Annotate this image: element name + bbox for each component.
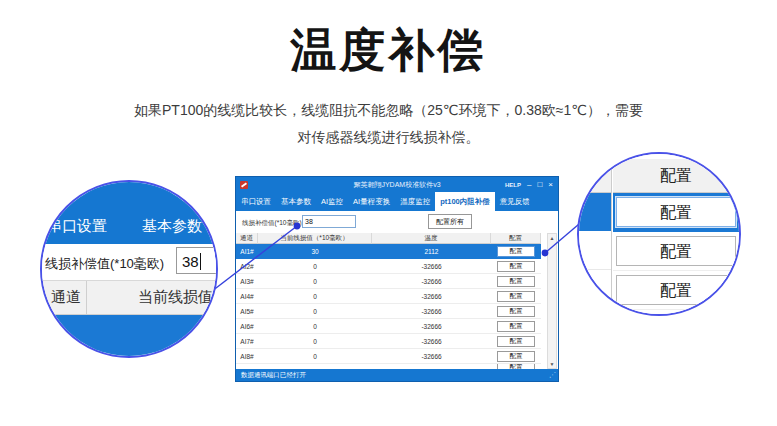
maximize-icon[interactable]: □ [537,181,542,189]
cell-channel: AI3# [236,274,258,289]
scroll-down-icon[interactable]: ▼ [548,361,556,367]
cell-loss: 0 [258,259,372,274]
cell-temperature: -32666 [372,349,491,364]
header-current-loss: 当前线损值（*10毫欧） [258,233,372,244]
table-row[interactable]: AI7#0-32666配置 [236,334,558,349]
configure-row-button[interactable]: 配置 [497,276,535,287]
cell-channel: AI6# [236,319,258,334]
tab-basic-params[interactable]: 基本参数 [276,192,316,211]
cell-temperature: -32666 [372,319,491,334]
right-magnifier-callout: 配置 配置配置配置配置 [577,152,741,316]
resize-grip-icon[interactable]: ⋰ [549,369,556,381]
subtitle-line-1: 如果PT100的线缆比较长，线缆阻抗不能忽略（25℃环境下，0.38欧≈1℃），… [0,97,777,124]
right-zoom-row: 配置 [613,310,739,316]
cell-configure: 配置 [491,349,541,364]
cell-configure: 配置 [491,289,541,304]
configure-row-button[interactable]: 配置 [497,246,535,257]
table-header-row: 通道 当前线损值（*10毫欧） 温度 配置 [236,233,558,244]
cell-temperature: -32666 [372,274,491,289]
tab-ai-monitor[interactable]: AI监控 [316,192,348,211]
right-zoom-row: 配置 [613,271,739,310]
cell-loss: 0 [258,349,372,364]
window-controls: HELP – □ × [505,181,558,189]
cell-temperature: -32666 [372,334,491,349]
table-row[interactable]: AI8#0-32666配置 [236,349,558,364]
page-title: 温度补偿 [0,20,777,82]
cell-channel: AI5# [236,304,258,319]
cell-channel: AI1# [236,244,258,259]
subtitle-line-2: 对传感器线缆进行线损补偿。 [0,124,777,151]
cell-channel: AI2# [236,259,258,274]
close-icon[interactable]: × [548,181,553,189]
configure-all-button[interactable]: 配置所有 [428,214,472,229]
right-zoom-config-header: 配置 [613,159,739,193]
help-button[interactable]: HELP [505,182,521,188]
magnified-configure-button[interactable]: 配置 [616,236,736,266]
configure-row-button[interactable]: 配置 [497,351,535,362]
cell-channel: AI4# [236,289,258,304]
table-row[interactable]: AI4#0-32666配置 [236,289,558,304]
left-zoom-tab-serial: 串口设置 [47,217,107,236]
strip-row [579,270,611,309]
tab-ai-range[interactable]: AI量程变换 [348,192,395,211]
header-configure: 配置 [491,233,541,244]
tab-temp-monitor[interactable]: 温度监控 [395,192,435,211]
text-caret [200,253,201,270]
strip-row [579,231,611,270]
table-row[interactable]: AI1#302112配置 [236,244,558,259]
left-zoom-toolbar: 线损补偿值(*10毫欧) 38 [42,244,216,281]
table-scrollbar[interactable]: ▲ ▼ [547,233,557,369]
window-toolbar: 线损补偿值(*10毫欧) 配置所有 [236,211,558,233]
app-window: 聚英翱翔JYDAM校准软件v3 HELP – □ × 串口设置基本参数AI监控A… [235,176,559,382]
cell-loss: 0 [258,289,372,304]
header-temperature: 温度 [372,233,491,244]
status-bar: 数据通讯端口已经打开 ⋰ [236,369,558,381]
cell-configure: 配置 [491,259,541,274]
strip-header-cell [579,159,611,193]
cell-loss: 0 [258,334,372,349]
configure-row-button[interactable]: 配置 [497,336,535,347]
table-row[interactable]: AI6#0-32666配置 [236,319,558,334]
cell-channel: AI7# [236,334,258,349]
header-channel: 通道 [236,233,258,244]
window-tabs: 串口设置基本参数AI监控AI量程变换温度监控pt100内阻补偿意见反馈 [236,192,558,211]
cell-configure: 配置 [491,274,541,289]
magnified-configure-button[interactable]: 配置 [616,275,736,305]
app-logo-icon [240,181,248,189]
left-zoom-selected-row [42,315,216,358]
cell-temperature: -32666 [372,259,491,274]
cell-loss: 0 [258,319,372,334]
right-zoom-row: 配置 [613,193,739,232]
left-zoom-col-channel: 通道 [51,288,81,307]
cell-configure: 配置 [491,319,541,334]
minimize-icon[interactable]: – [527,181,531,189]
table-row[interactable]: AI2#0-32666配置 [236,259,558,274]
cell-configure: 配置 [491,334,541,349]
configure-row-button[interactable]: 配置 [497,321,535,332]
configure-row-button[interactable]: 配置 [497,306,535,317]
cell-loss: 0 [258,304,372,319]
loss-compensation-input[interactable] [302,215,356,228]
cell-loss: 30 [258,244,372,259]
cell-loss: 0 [258,274,372,289]
page-subtitle: 如果PT100的线缆比较长，线缆阻抗不能忽略（25℃环境下，0.38欧≈1℃），… [0,97,777,151]
tab-feedback[interactable]: 意见反馈 [495,192,535,211]
right-zoom-rows: 配置配置配置配置 [613,193,739,316]
cell-temperature: 2112 [372,244,491,259]
tab-serial[interactable]: 串口设置 [236,192,276,211]
magnified-configure-button[interactable]: 配置 [616,197,736,227]
configure-row-button[interactable]: 配置 [497,291,535,302]
window-titlebar: 聚英翱翔JYDAM校准软件v3 HELP – □ × [236,177,558,192]
left-zoom-loss-input: 38 [176,247,218,274]
scroll-up-icon[interactable]: ▲ [548,235,556,241]
configure-row-button[interactable]: 配置 [497,261,535,272]
strip-gap [579,154,611,159]
left-magnifier-callout: 串口设置 基本参数 线损补偿值(*10毫欧) 38 通道 当前线损值 [40,180,218,358]
table-body: AI1#302112配置AI2#0-32666配置AI3#0-32666配置AI… [236,244,558,369]
tab-pt100-comp[interactable]: pt100内阻补偿 [435,192,495,211]
column-divider [86,281,87,314]
magnified-configure-button[interactable]: 配置 [616,314,736,316]
table-row[interactable]: AI5#0-32666配置 [236,304,558,319]
cell-channel: AI8# [236,349,258,364]
table-row[interactable]: AI3#0-32666配置 [236,274,558,289]
